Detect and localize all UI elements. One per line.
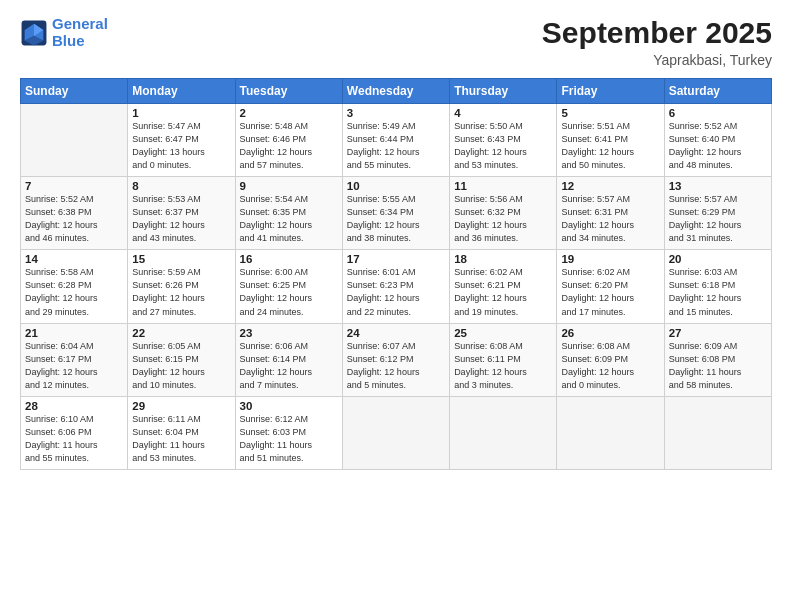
day-number: 13	[669, 180, 767, 192]
title-block: September 2025 Yaprakbasi, Turkey	[542, 16, 772, 68]
weekday-header-thursday: Thursday	[450, 79, 557, 104]
day-info: Sunrise: 6:03 AM Sunset: 6:18 PM Dayligh…	[669, 266, 767, 318]
calendar-cell: 7Sunrise: 5:52 AM Sunset: 6:38 PM Daylig…	[21, 177, 128, 250]
day-info: Sunrise: 6:11 AM Sunset: 6:04 PM Dayligh…	[132, 413, 230, 465]
calendar-cell: 4Sunrise: 5:50 AM Sunset: 6:43 PM Daylig…	[450, 104, 557, 177]
day-number: 2	[240, 107, 338, 119]
weekday-header-wednesday: Wednesday	[342, 79, 449, 104]
day-number: 5	[561, 107, 659, 119]
calendar-cell: 1Sunrise: 5:47 AM Sunset: 6:47 PM Daylig…	[128, 104, 235, 177]
calendar-cell: 14Sunrise: 5:58 AM Sunset: 6:28 PM Dayli…	[21, 250, 128, 323]
day-info: Sunrise: 5:48 AM Sunset: 6:46 PM Dayligh…	[240, 120, 338, 172]
calendar-cell: 10Sunrise: 5:55 AM Sunset: 6:34 PM Dayli…	[342, 177, 449, 250]
day-number: 25	[454, 327, 552, 339]
calendar-cell	[557, 396, 664, 469]
day-info: Sunrise: 6:09 AM Sunset: 6:08 PM Dayligh…	[669, 340, 767, 392]
day-number: 16	[240, 253, 338, 265]
calendar-cell: 12Sunrise: 5:57 AM Sunset: 6:31 PM Dayli…	[557, 177, 664, 250]
calendar-cell: 9Sunrise: 5:54 AM Sunset: 6:35 PM Daylig…	[235, 177, 342, 250]
calendar-cell: 24Sunrise: 6:07 AM Sunset: 6:12 PM Dayli…	[342, 323, 449, 396]
month-title: September 2025	[542, 16, 772, 50]
day-info: Sunrise: 5:56 AM Sunset: 6:32 PM Dayligh…	[454, 193, 552, 245]
day-info: Sunrise: 5:51 AM Sunset: 6:41 PM Dayligh…	[561, 120, 659, 172]
logo: General Blue	[20, 16, 108, 49]
day-number: 17	[347, 253, 445, 265]
day-number: 3	[347, 107, 445, 119]
day-number: 10	[347, 180, 445, 192]
day-info: Sunrise: 6:07 AM Sunset: 6:12 PM Dayligh…	[347, 340, 445, 392]
day-number: 6	[669, 107, 767, 119]
calendar-cell: 26Sunrise: 6:08 AM Sunset: 6:09 PM Dayli…	[557, 323, 664, 396]
calendar-cell: 8Sunrise: 5:53 AM Sunset: 6:37 PM Daylig…	[128, 177, 235, 250]
day-number: 1	[132, 107, 230, 119]
weekday-header-friday: Friday	[557, 79, 664, 104]
day-number: 9	[240, 180, 338, 192]
day-info: Sunrise: 5:55 AM Sunset: 6:34 PM Dayligh…	[347, 193, 445, 245]
logo-text: General Blue	[52, 16, 108, 49]
day-info: Sunrise: 6:01 AM Sunset: 6:23 PM Dayligh…	[347, 266, 445, 318]
day-info: Sunrise: 5:47 AM Sunset: 6:47 PM Dayligh…	[132, 120, 230, 172]
calendar-cell: 17Sunrise: 6:01 AM Sunset: 6:23 PM Dayli…	[342, 250, 449, 323]
calendar-cell: 27Sunrise: 6:09 AM Sunset: 6:08 PM Dayli…	[664, 323, 771, 396]
day-number: 18	[454, 253, 552, 265]
day-info: Sunrise: 6:00 AM Sunset: 6:25 PM Dayligh…	[240, 266, 338, 318]
calendar-cell: 28Sunrise: 6:10 AM Sunset: 6:06 PM Dayli…	[21, 396, 128, 469]
weekday-header-saturday: Saturday	[664, 79, 771, 104]
day-number: 14	[25, 253, 123, 265]
calendar-cell: 11Sunrise: 5:56 AM Sunset: 6:32 PM Dayli…	[450, 177, 557, 250]
day-info: Sunrise: 6:06 AM Sunset: 6:14 PM Dayligh…	[240, 340, 338, 392]
day-number: 28	[25, 400, 123, 412]
calendar-cell: 23Sunrise: 6:06 AM Sunset: 6:14 PM Dayli…	[235, 323, 342, 396]
calendar-cell: 18Sunrise: 6:02 AM Sunset: 6:21 PM Dayli…	[450, 250, 557, 323]
day-number: 19	[561, 253, 659, 265]
day-info: Sunrise: 6:08 AM Sunset: 6:09 PM Dayligh…	[561, 340, 659, 392]
day-number: 23	[240, 327, 338, 339]
calendar-cell: 2Sunrise: 5:48 AM Sunset: 6:46 PM Daylig…	[235, 104, 342, 177]
weekday-header-tuesday: Tuesday	[235, 79, 342, 104]
calendar-cell: 19Sunrise: 6:02 AM Sunset: 6:20 PM Dayli…	[557, 250, 664, 323]
day-info: Sunrise: 6:10 AM Sunset: 6:06 PM Dayligh…	[25, 413, 123, 465]
day-info: Sunrise: 5:58 AM Sunset: 6:28 PM Dayligh…	[25, 266, 123, 318]
day-info: Sunrise: 5:49 AM Sunset: 6:44 PM Dayligh…	[347, 120, 445, 172]
weekday-header-monday: Monday	[128, 79, 235, 104]
day-info: Sunrise: 6:02 AM Sunset: 6:21 PM Dayligh…	[454, 266, 552, 318]
calendar-cell: 29Sunrise: 6:11 AM Sunset: 6:04 PM Dayli…	[128, 396, 235, 469]
calendar-cell: 16Sunrise: 6:00 AM Sunset: 6:25 PM Dayli…	[235, 250, 342, 323]
location-subtitle: Yaprakbasi, Turkey	[542, 52, 772, 68]
day-number: 7	[25, 180, 123, 192]
day-info: Sunrise: 5:57 AM Sunset: 6:29 PM Dayligh…	[669, 193, 767, 245]
calendar-cell	[450, 396, 557, 469]
calendar-cell: 3Sunrise: 5:49 AM Sunset: 6:44 PM Daylig…	[342, 104, 449, 177]
logo-icon	[20, 19, 48, 47]
day-info: Sunrise: 5:53 AM Sunset: 6:37 PM Dayligh…	[132, 193, 230, 245]
calendar-cell: 21Sunrise: 6:04 AM Sunset: 6:17 PM Dayli…	[21, 323, 128, 396]
day-number: 29	[132, 400, 230, 412]
calendar-cell: 25Sunrise: 6:08 AM Sunset: 6:11 PM Dayli…	[450, 323, 557, 396]
calendar-cell: 5Sunrise: 5:51 AM Sunset: 6:41 PM Daylig…	[557, 104, 664, 177]
day-info: Sunrise: 5:50 AM Sunset: 6:43 PM Dayligh…	[454, 120, 552, 172]
day-number: 4	[454, 107, 552, 119]
calendar-cell: 13Sunrise: 5:57 AM Sunset: 6:29 PM Dayli…	[664, 177, 771, 250]
day-number: 30	[240, 400, 338, 412]
day-number: 20	[669, 253, 767, 265]
calendar-cell	[342, 396, 449, 469]
calendar-cell: 15Sunrise: 5:59 AM Sunset: 6:26 PM Dayli…	[128, 250, 235, 323]
day-info: Sunrise: 5:59 AM Sunset: 6:26 PM Dayligh…	[132, 266, 230, 318]
day-number: 11	[454, 180, 552, 192]
day-number: 26	[561, 327, 659, 339]
calendar-cell: 6Sunrise: 5:52 AM Sunset: 6:40 PM Daylig…	[664, 104, 771, 177]
day-info: Sunrise: 6:05 AM Sunset: 6:15 PM Dayligh…	[132, 340, 230, 392]
day-info: Sunrise: 6:04 AM Sunset: 6:17 PM Dayligh…	[25, 340, 123, 392]
calendar-cell: 20Sunrise: 6:03 AM Sunset: 6:18 PM Dayli…	[664, 250, 771, 323]
day-info: Sunrise: 5:54 AM Sunset: 6:35 PM Dayligh…	[240, 193, 338, 245]
day-number: 27	[669, 327, 767, 339]
calendar-cell	[21, 104, 128, 177]
day-number: 12	[561, 180, 659, 192]
day-info: Sunrise: 6:08 AM Sunset: 6:11 PM Dayligh…	[454, 340, 552, 392]
calendar-cell	[664, 396, 771, 469]
day-number: 24	[347, 327, 445, 339]
day-info: Sunrise: 6:12 AM Sunset: 6:03 PM Dayligh…	[240, 413, 338, 465]
calendar-cell: 22Sunrise: 6:05 AM Sunset: 6:15 PM Dayli…	[128, 323, 235, 396]
day-info: Sunrise: 5:57 AM Sunset: 6:31 PM Dayligh…	[561, 193, 659, 245]
day-info: Sunrise: 5:52 AM Sunset: 6:40 PM Dayligh…	[669, 120, 767, 172]
